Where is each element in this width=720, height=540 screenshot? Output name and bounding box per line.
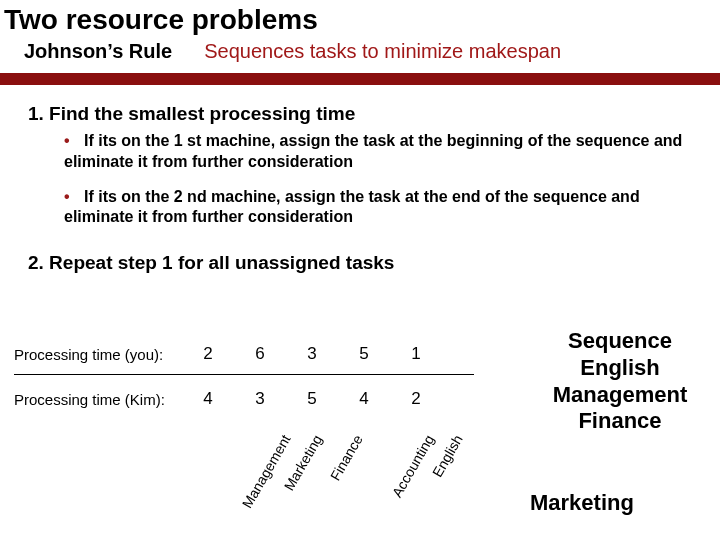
- col-label: Accounting: [389, 432, 437, 500]
- cell: 6: [234, 344, 286, 364]
- col-label: Management: [239, 432, 294, 511]
- bullet-2-text: If its on the 2 nd machine, assign the t…: [64, 188, 640, 226]
- table-divider: [14, 374, 474, 375]
- processing-time-table: Processing time (you): 2 6 3 5 1 Process…: [14, 336, 494, 417]
- step-1: 1. Find the smallest processing time: [0, 103, 720, 131]
- bullet-2: •If its on the 2 nd machine, assign the …: [64, 187, 696, 229]
- sequence-box: Sequence English Management Finance: [530, 328, 710, 435]
- bullet-1: •If its on the 1 st machine, assign the …: [64, 131, 696, 173]
- cell: 4: [338, 389, 390, 409]
- rule-name: Johnson’s Rule: [24, 40, 172, 63]
- cell: 5: [338, 344, 390, 364]
- cell: 2: [182, 344, 234, 364]
- col-label: Finance: [327, 432, 366, 483]
- sequence-item: Management: [530, 382, 710, 409]
- cell: 3: [234, 389, 286, 409]
- bullet-list: •If its on the 1 st machine, assign the …: [0, 131, 720, 252]
- table-row: Processing time (Kim): 4 3 5 4 2: [14, 381, 494, 417]
- sequence-item: Finance: [530, 408, 710, 435]
- table-row: Processing time (you): 2 6 3 5 1: [14, 336, 494, 372]
- footer-note: Marketing: [530, 490, 634, 516]
- slide: Two resource problems Johnson’s Rule Seq…: [0, 0, 720, 540]
- sequence-header: Sequence: [530, 328, 710, 355]
- cell: 1: [390, 344, 442, 364]
- step-2: 2. Repeat step 1 for all unassigned task…: [0, 252, 720, 280]
- rule-description: Sequences tasks to minimize makespan: [204, 40, 561, 63]
- bullet-1-text: If its on the 1 st machine, assign the t…: [64, 132, 682, 170]
- subhead: Johnson’s Rule Sequences tasks to minimi…: [0, 36, 720, 63]
- cell: 5: [286, 389, 338, 409]
- sequence-item: English: [530, 355, 710, 382]
- cell: 4: [182, 389, 234, 409]
- cell: 3: [286, 344, 338, 364]
- column-labels: Management Marketing Finance Accounting …: [182, 418, 482, 538]
- cell: 2: [390, 389, 442, 409]
- bullet-icon: •: [64, 187, 74, 208]
- row-label-kim: Processing time (Kim):: [14, 391, 182, 408]
- bullet-icon: •: [64, 131, 74, 152]
- page-title: Two resource problems: [0, 0, 720, 36]
- divider-bar: [0, 73, 720, 85]
- row-label-you: Processing time (you):: [14, 346, 182, 363]
